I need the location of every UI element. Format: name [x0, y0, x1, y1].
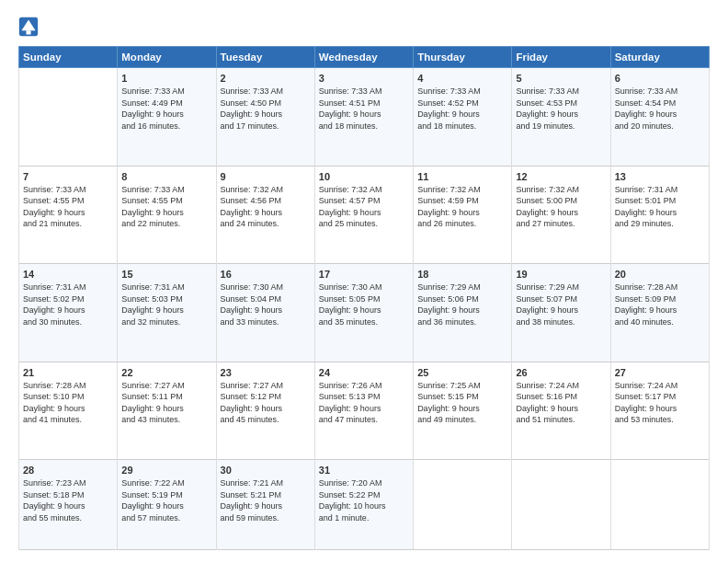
day-number: 7 — [23, 171, 113, 182]
calendar-cell: 20Sunrise: 7:28 AM Sunset: 5:09 PM Dayli… — [610, 264, 709, 362]
day-number: 31 — [319, 465, 409, 476]
weekday-row: SundayMondayTuesdayWednesdayThursdayFrid… — [19, 47, 710, 68]
day-info: Sunrise: 7:20 AM Sunset: 5:22 PM Dayligh… — [319, 477, 409, 523]
calendar-cell: 9Sunrise: 7:32 AM Sunset: 4:56 PM Daylig… — [216, 166, 314, 264]
calendar-cell: 7Sunrise: 7:33 AM Sunset: 4:55 PM Daylig… — [19, 166, 118, 264]
calendar-cell: 24Sunrise: 7:26 AM Sunset: 5:13 PM Dayli… — [314, 362, 413, 460]
day-number: 2 — [221, 73, 311, 84]
day-number: 20 — [615, 269, 705, 280]
day-info: Sunrise: 7:33 AM Sunset: 4:53 PM Dayligh… — [516, 86, 606, 132]
day-number: 10 — [319, 171, 409, 182]
day-info: Sunrise: 7:33 AM Sunset: 4:55 PM Dayligh… — [121, 184, 211, 230]
calendar-week-row: 1Sunrise: 7:33 AM Sunset: 4:49 PM Daylig… — [19, 68, 710, 167]
day-number: 8 — [121, 171, 211, 182]
calendar-cell: 16Sunrise: 7:30 AM Sunset: 5:04 PM Dayli… — [216, 264, 314, 362]
calendar-cell: 22Sunrise: 7:27 AM Sunset: 5:11 PM Dayli… — [118, 362, 216, 460]
day-info: Sunrise: 7:32 AM Sunset: 5:00 PM Dayligh… — [516, 184, 606, 230]
calendar-cell: 14Sunrise: 7:31 AM Sunset: 5:02 PM Dayli… — [19, 264, 118, 362]
calendar-cell — [512, 460, 610, 550]
day-info: Sunrise: 7:30 AM Sunset: 5:04 PM Dayligh… — [221, 282, 311, 327]
day-number: 28 — [23, 465, 113, 476]
day-info: Sunrise: 7:28 AM Sunset: 5:09 PM Dayligh… — [615, 282, 705, 327]
day-info: Sunrise: 7:24 AM Sunset: 5:16 PM Dayligh… — [516, 380, 606, 426]
weekday-header: Thursday — [414, 47, 512, 68]
day-info: Sunrise: 7:33 AM Sunset: 4:51 PM Dayligh… — [319, 86, 409, 132]
day-info: Sunrise: 7:25 AM Sunset: 5:15 PM Dayligh… — [417, 380, 507, 426]
calendar-cell: 6Sunrise: 7:33 AM Sunset: 4:54 PM Daylig… — [610, 68, 709, 167]
calendar-cell: 4Sunrise: 7:33 AM Sunset: 4:52 PM Daylig… — [414, 68, 512, 167]
calendar-cell: 3Sunrise: 7:33 AM Sunset: 4:51 PM Daylig… — [314, 68, 413, 167]
page: SundayMondayTuesdayWednesdayThursdayFrid… — [0, 0, 728, 563]
day-info: Sunrise: 7:22 AM Sunset: 5:19 PM Dayligh… — [121, 477, 211, 523]
day-number: 11 — [417, 171, 507, 182]
calendar-cell: 12Sunrise: 7:32 AM Sunset: 5:00 PM Dayli… — [512, 166, 610, 264]
day-info: Sunrise: 7:23 AM Sunset: 5:18 PM Dayligh… — [23, 477, 113, 523]
calendar-table: SundayMondayTuesdayWednesdayThursdayFrid… — [18, 46, 710, 550]
calendar-cell — [414, 460, 512, 550]
day-number: 3 — [319, 73, 409, 84]
calendar-cell: 8Sunrise: 7:33 AM Sunset: 4:55 PM Daylig… — [118, 166, 216, 264]
day-number: 9 — [221, 171, 311, 182]
logo-icon — [18, 17, 39, 37]
calendar-cell: 11Sunrise: 7:32 AM Sunset: 4:59 PM Dayli… — [414, 166, 512, 264]
day-info: Sunrise: 7:27 AM Sunset: 5:12 PM Dayligh… — [221, 380, 311, 426]
day-info: Sunrise: 7:21 AM Sunset: 5:21 PM Dayligh… — [221, 477, 311, 523]
day-info: Sunrise: 7:33 AM Sunset: 4:49 PM Dayligh… — [121, 86, 211, 132]
day-number: 30 — [221, 465, 311, 476]
calendar-cell: 18Sunrise: 7:29 AM Sunset: 5:06 PM Dayli… — [414, 264, 512, 362]
weekday-header: Friday — [512, 47, 610, 68]
day-info: Sunrise: 7:24 AM Sunset: 5:17 PM Dayligh… — [615, 380, 705, 426]
calendar-cell: 28Sunrise: 7:23 AM Sunset: 5:18 PM Dayli… — [19, 460, 118, 550]
day-info: Sunrise: 7:33 AM Sunset: 4:52 PM Dayligh… — [417, 86, 507, 132]
day-number: 25 — [417, 367, 507, 378]
calendar-cell: 13Sunrise: 7:31 AM Sunset: 5:01 PM Dayli… — [610, 166, 709, 264]
day-number: 4 — [417, 73, 507, 84]
calendar-cell: 26Sunrise: 7:24 AM Sunset: 5:16 PM Dayli… — [512, 362, 610, 460]
day-info: Sunrise: 7:32 AM Sunset: 4:57 PM Dayligh… — [319, 184, 409, 230]
calendar-cell: 25Sunrise: 7:25 AM Sunset: 5:15 PM Dayli… — [414, 362, 512, 460]
calendar: SundayMondayTuesdayWednesdayThursdayFrid… — [18, 46, 710, 550]
calendar-cell: 1Sunrise: 7:33 AM Sunset: 4:49 PM Daylig… — [118, 68, 216, 167]
calendar-week-row: 14Sunrise: 7:31 AM Sunset: 5:02 PM Dayli… — [19, 264, 710, 362]
day-info: Sunrise: 7:29 AM Sunset: 5:07 PM Dayligh… — [516, 282, 606, 327]
calendar-week-row: 21Sunrise: 7:28 AM Sunset: 5:10 PM Dayli… — [19, 362, 710, 460]
day-info: Sunrise: 7:33 AM Sunset: 4:55 PM Dayligh… — [23, 184, 113, 230]
calendar-cell: 29Sunrise: 7:22 AM Sunset: 5:19 PM Dayli… — [118, 460, 216, 550]
calendar-body: 1Sunrise: 7:33 AM Sunset: 4:49 PM Daylig… — [19, 68, 710, 550]
day-number: 27 — [615, 367, 705, 378]
day-number: 15 — [121, 269, 211, 280]
calendar-week-row: 28Sunrise: 7:23 AM Sunset: 5:18 PM Dayli… — [19, 460, 710, 550]
day-number: 17 — [319, 269, 409, 280]
day-number: 5 — [516, 73, 606, 84]
calendar-cell: 19Sunrise: 7:29 AM Sunset: 5:07 PM Dayli… — [512, 264, 610, 362]
header — [18, 17, 710, 37]
day-number: 21 — [23, 367, 113, 378]
calendar-cell: 31Sunrise: 7:20 AM Sunset: 5:22 PM Dayli… — [314, 460, 413, 550]
calendar-cell: 17Sunrise: 7:30 AM Sunset: 5:05 PM Dayli… — [314, 264, 413, 362]
day-info: Sunrise: 7:31 AM Sunset: 5:01 PM Dayligh… — [615, 184, 705, 230]
calendar-cell — [19, 68, 118, 167]
calendar-cell: 10Sunrise: 7:32 AM Sunset: 4:57 PM Dayli… — [314, 166, 413, 264]
day-info: Sunrise: 7:33 AM Sunset: 4:50 PM Dayligh… — [221, 86, 311, 132]
day-info: Sunrise: 7:30 AM Sunset: 5:05 PM Dayligh… — [319, 282, 409, 327]
day-info: Sunrise: 7:32 AM Sunset: 4:56 PM Dayligh… — [221, 184, 311, 230]
day-number: 23 — [221, 367, 311, 378]
calendar-cell — [610, 460, 709, 550]
calendar-week-row: 7Sunrise: 7:33 AM Sunset: 4:55 PM Daylig… — [19, 166, 710, 264]
calendar-cell: 2Sunrise: 7:33 AM Sunset: 4:50 PM Daylig… — [216, 68, 314, 167]
day-info: Sunrise: 7:28 AM Sunset: 5:10 PM Dayligh… — [23, 380, 113, 426]
svg-rect-2 — [26, 30, 30, 34]
day-number: 14 — [23, 269, 113, 280]
logo — [18, 17, 40, 37]
day-number: 29 — [121, 465, 211, 476]
weekday-header: Tuesday — [216, 47, 314, 68]
day-info: Sunrise: 7:32 AM Sunset: 4:59 PM Dayligh… — [417, 184, 507, 230]
day-number: 24 — [319, 367, 409, 378]
calendar-cell: 15Sunrise: 7:31 AM Sunset: 5:03 PM Dayli… — [118, 264, 216, 362]
calendar-cell: 21Sunrise: 7:28 AM Sunset: 5:10 PM Dayli… — [19, 362, 118, 460]
calendar-cell: 23Sunrise: 7:27 AM Sunset: 5:12 PM Dayli… — [216, 362, 314, 460]
day-info: Sunrise: 7:31 AM Sunset: 5:02 PM Dayligh… — [23, 282, 113, 327]
day-number: 1 — [121, 73, 211, 84]
weekday-header: Monday — [118, 47, 216, 68]
weekday-header: Saturday — [610, 47, 709, 68]
